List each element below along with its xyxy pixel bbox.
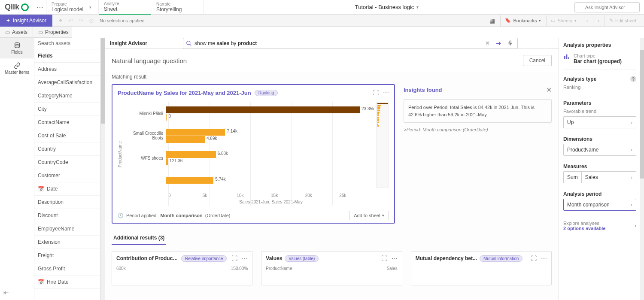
favorable-trend-select[interactable]: Up› <box>563 116 636 128</box>
field-item[interactable]: 📅Hire Date <box>34 276 100 289</box>
insight-header: Insight Advisor show me sales by product… <box>105 38 559 49</box>
field-item[interactable]: Extension <box>34 236 100 249</box>
expand-icon[interactable]: ⛶ <box>531 255 537 262</box>
submit-query-button[interactable]: ➜ <box>494 39 503 47</box>
x-axis-label: Sales 2021-Jun, Sales 2021-May <box>125 198 374 206</box>
database-icon <box>14 42 21 49</box>
selections-tool-icon[interactable]: ▦ <box>485 15 499 26</box>
right-panel-scrollbar[interactable] <box>640 38 644 300</box>
analysis-properties-panel: Analysis properties Chart type Bar chart… <box>559 38 644 300</box>
svg-point-3 <box>187 41 190 44</box>
field-item[interactable]: Customer <box>34 169 100 182</box>
analysis-period-select[interactable]: Month comparison› <box>563 199 636 211</box>
period-note: >Period: Month comparison (OrderDate) <box>404 127 552 132</box>
more-icon[interactable]: ⋯ <box>242 255 248 262</box>
insight-advisor-title: Insight Advisor <box>110 40 147 46</box>
sparkle-icon: ✦ <box>6 18 10 24</box>
more-icon[interactable]: ⋯ <box>541 255 547 262</box>
field-item[interactable]: Description <box>34 196 100 209</box>
app-title[interactable]: Tutorial - Business logic ▾ <box>204 4 570 10</box>
measure-select[interactable]: Sum Sales› <box>563 171 636 183</box>
explore-analyses-button[interactable]: Explore analyses 2 options available › <box>563 217 636 234</box>
help-icon[interactable]: ? <box>630 76 636 82</box>
query-search-box[interactable]: show me sales by product ✕ ➜ <box>183 38 518 49</box>
additional-card[interactable]: Mutual dependency bet... Mutual informat… <box>411 251 552 285</box>
insights-panel: Insights found ✕ Period over Period: tot… <box>404 84 552 224</box>
additional-results-tab[interactable]: Additional results (3) <box>112 231 166 245</box>
selection-tools: ⌖ ↶ ↷ ⊘ <box>52 17 100 24</box>
clock-icon: 🕐 <box>118 213 124 218</box>
additional-card[interactable]: Contribution of Product... Relative impo… <box>112 251 252 285</box>
search-assets-input[interactable] <box>38 40 97 46</box>
rail-fields[interactable]: Fields <box>0 38 34 58</box>
nav-prepare[interactable]: Prepare Logical model ▾ <box>46 0 99 15</box>
chevron-right-icon: › <box>631 175 632 180</box>
field-item[interactable]: Country <box>34 142 100 156</box>
smart-search-icon[interactable]: ⌖ <box>56 17 65 24</box>
next-sheet-button[interactable]: › <box>593 15 604 26</box>
scrollbar-thumb[interactable] <box>640 50 644 179</box>
bar-chart: Minnki Pälsii 23.35k 0 Small Crocodile B… <box>125 102 374 206</box>
bookmark-icon: 🔖 <box>505 18 511 23</box>
clear-query-button[interactable]: ✕ <box>483 40 492 46</box>
field-item[interactable]: CategoryName <box>34 89 100 103</box>
y-axis-label: ProductName <box>118 102 122 206</box>
prev-sheet-button[interactable]: ‹ <box>582 15 592 26</box>
field-item[interactable]: AverageCallSatisfaction <box>34 76 100 89</box>
x-axis: 0 5k 10k 15k 20k 25k <box>125 193 374 198</box>
left-rail: Fields Master items ⇤ <box>0 38 34 300</box>
field-item[interactable]: Address <box>34 63 100 76</box>
sheets-button[interactable]: ▭ Sheets ▾ <box>546 15 580 26</box>
nav-narrate[interactable]: Narrate Storytelling <box>151 0 204 15</box>
insight-text: Period over Period: total Sales is 84.42… <box>404 99 552 123</box>
field-item[interactable]: Discount <box>34 209 100 222</box>
assets-tab[interactable]: ▭ Assets <box>0 27 33 37</box>
additional-card[interactable]: Values Values (table) ⛶⋯ ProductNameSale… <box>261 251 402 285</box>
step-back-icon[interactable]: ↶ <box>66 17 76 24</box>
chevron-right-icon: › <box>631 147 632 152</box>
query-text: show me sales by product <box>194 40 481 46</box>
bookmarks-button[interactable]: 🔖 Bookmarks ▾ <box>500 15 545 26</box>
chart-minimap[interactable] <box>376 102 389 188</box>
dimension-select[interactable]: ProductName› <box>563 144 636 156</box>
field-item[interactable]: Cost of Sale <box>34 129 100 142</box>
expand-icon[interactable]: ⛶ <box>381 255 387 262</box>
rail-master-items[interactable]: Master items <box>0 58 34 79</box>
cancel-button[interactable]: Cancel <box>523 55 552 66</box>
step-forward-icon[interactable]: ↷ <box>76 17 86 24</box>
chart-title: ProductName by Sales for 2021-May and 20… <box>118 90 251 96</box>
clear-selections-icon[interactable]: ⊘ <box>87 17 96 24</box>
chevron-down-icon: ▾ <box>382 213 384 218</box>
field-item[interactable]: Freight <box>34 249 100 262</box>
close-insights-button[interactable]: ✕ <box>546 86 552 94</box>
more-icon[interactable]: ⋯ <box>383 89 389 96</box>
list-icon: ▭ <box>38 29 43 35</box>
field-item[interactable]: EmployeeName <box>34 222 100 236</box>
expand-icon[interactable]: ⛶ <box>231 255 237 262</box>
center-column: Insight Advisor show me sales by product… <box>105 38 559 300</box>
add-to-sheet-button[interactable]: Add to sheet ▾ <box>349 211 389 220</box>
more-icon[interactable]: ⋯ <box>392 255 398 262</box>
field-item[interactable]: City <box>34 103 100 116</box>
field-item[interactable]: ContactName <box>34 116 100 129</box>
scrollbar-thumb[interactable] <box>101 38 105 124</box>
field-item[interactable]: CountryCode <box>34 156 100 169</box>
layers-icon: ▭ <box>5 29 10 35</box>
nav-analyze[interactable]: Analyze Sheet <box>99 0 151 15</box>
collapse-rail-button[interactable]: ⇤ <box>0 285 34 300</box>
mic-button[interactable] <box>506 40 515 46</box>
fields-scrollbar[interactable] <box>100 38 105 300</box>
edit-sheet-button[interactable]: ✎ Edit sheet <box>605 15 641 26</box>
assets-bar: ▭ Assets ▭ Properties <box>0 27 72 38</box>
chevron-right-icon: › <box>631 120 632 125</box>
field-item[interactable]: Gross Profit <box>34 262 100 276</box>
global-menu-button[interactable]: ⋯ <box>33 0 46 15</box>
insight-advisor-button[interactable]: ✦ Insight Advisor <box>0 15 52 27</box>
expand-icon[interactable]: ⛶ <box>373 89 379 96</box>
link-icon <box>14 62 21 69</box>
chevron-right-icon: › <box>631 202 632 207</box>
field-item[interactable]: 📅Date <box>34 182 100 196</box>
properties-tab[interactable]: ▭ Properties <box>33 27 74 37</box>
chevron-right-icon: › <box>635 223 636 229</box>
ask-insight-input[interactable] <box>574 2 640 12</box>
